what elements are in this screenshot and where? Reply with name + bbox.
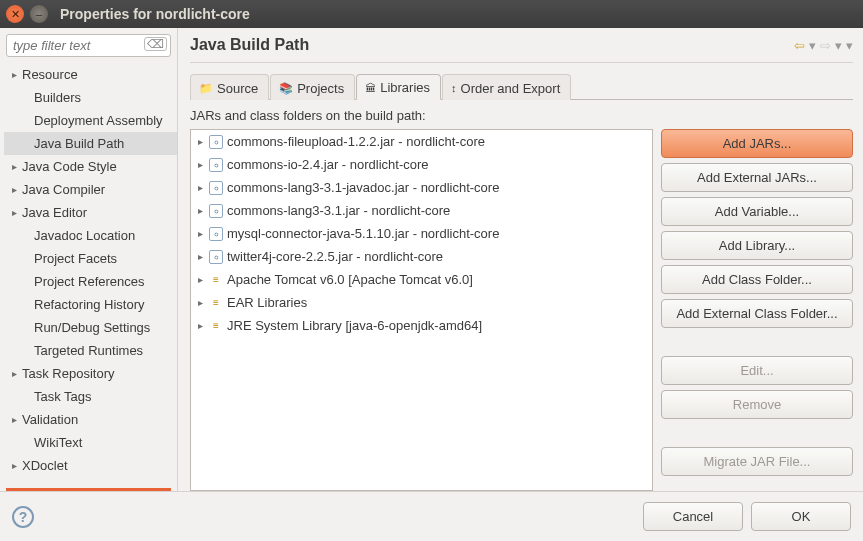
- tab-label: Projects: [297, 81, 344, 96]
- back-menu-icon[interactable]: ▾: [809, 38, 816, 53]
- tree-item-label: Project Facets: [20, 251, 117, 266]
- tree-item[interactable]: Run/Debug Settings: [4, 316, 177, 339]
- jar-entry[interactable]: ▸০commons-io-2.4.jar - nordlicht-core: [191, 153, 652, 176]
- expand-icon[interactable]: ▸: [8, 414, 20, 425]
- forward-menu-icon[interactable]: ▾: [835, 38, 842, 53]
- expand-icon[interactable]: ▸: [195, 274, 205, 285]
- tree-item-label: XDoclet: [20, 458, 68, 473]
- clear-icon[interactable]: ⌫: [144, 37, 167, 51]
- expand-icon[interactable]: ▸: [8, 460, 20, 471]
- expand-icon[interactable]: ▸: [195, 159, 205, 170]
- page-title: Java Build Path: [190, 36, 309, 54]
- jar-icon: ০: [209, 158, 223, 172]
- tab-label: Source: [217, 81, 258, 96]
- tree-item-label: Project References: [20, 274, 145, 289]
- expand-icon[interactable]: ▸: [195, 205, 205, 216]
- add-variable-button[interactable]: Add Variable...: [661, 197, 853, 226]
- tree-item[interactable]: WikiText: [4, 431, 177, 454]
- jar-list[interactable]: ▸০commons-fileupload-1.2.2.jar - nordlic…: [190, 129, 653, 491]
- tree-item-label: Task Repository: [20, 366, 114, 381]
- tree-item[interactable]: Targeted Runtimes: [4, 339, 177, 362]
- tree-item[interactable]: Builders: [4, 86, 177, 109]
- jar-entry-label: EAR Libraries: [227, 295, 307, 310]
- tree-item[interactable]: Javadoc Location: [4, 224, 177, 247]
- jar-entry-label: commons-io-2.4.jar - nordlicht-core: [227, 157, 429, 172]
- jar-entry[interactable]: ▸≡JRE System Library [java-6-openjdk-amd…: [191, 314, 652, 337]
- jar-entry-label: commons-fileupload-1.2.2.jar - nordlicht…: [227, 134, 485, 149]
- tree-item[interactable]: Java Build Path: [4, 132, 177, 155]
- add-library-button[interactable]: Add Library...: [661, 231, 853, 260]
- tab-libraries[interactable]: 🏛Libraries: [356, 74, 441, 100]
- jar-entry[interactable]: ▸০commons-lang3-3.1.jar - nordlicht-core: [191, 199, 652, 222]
- tab-label: Order and Export: [461, 81, 561, 96]
- cancel-button[interactable]: Cancel: [643, 502, 743, 531]
- expand-icon[interactable]: ▸: [8, 207, 20, 218]
- jar-entry[interactable]: ▸০twitter4j-core-2.2.5.jar - nordlicht-c…: [191, 245, 652, 268]
- jar-icon: ০: [209, 250, 223, 264]
- tree-item-label: Builders: [20, 90, 81, 105]
- expand-icon[interactable]: ▸: [8, 368, 20, 379]
- tab-icon: 🏛: [365, 82, 376, 94]
- tree-item[interactable]: Project Facets: [4, 247, 177, 270]
- tab-icon: ↕: [451, 82, 457, 94]
- tree-item[interactable]: Refactoring History: [4, 293, 177, 316]
- jar-entry-label: commons-lang3-3.1.jar - nordlicht-core: [227, 203, 450, 218]
- add-class-folder-button[interactable]: Add Class Folder...: [661, 265, 853, 294]
- jar-entry[interactable]: ▸≡Apache Tomcat v6.0 [Apache Tomcat v6.0…: [191, 268, 652, 291]
- expand-icon[interactable]: ▸: [8, 161, 20, 172]
- titlebar: ✕ – Properties for nordlicht-core: [0, 0, 863, 28]
- expand-icon[interactable]: ▸: [8, 69, 20, 80]
- tree-item-label: Java Code Style: [20, 159, 117, 174]
- tree-item[interactable]: ▸Java Editor: [4, 201, 177, 224]
- tree-item[interactable]: ▸Java Compiler: [4, 178, 177, 201]
- forward-icon[interactable]: ⇨: [820, 38, 831, 53]
- back-icon[interactable]: ⇦: [794, 38, 805, 53]
- tree-item[interactable]: ▸Resource: [4, 63, 177, 86]
- jar-entry[interactable]: ▸০commons-lang3-3.1-javadoc.jar - nordli…: [191, 176, 652, 199]
- sidebar: ⌫ ▸ResourceBuildersDeployment AssemblyJa…: [0, 28, 178, 491]
- library-icon: ≡: [209, 273, 223, 287]
- add-external-class-folder-button[interactable]: Add External Class Folder...: [661, 299, 853, 328]
- library-icon: ≡: [209, 319, 223, 333]
- expand-icon[interactable]: ▸: [195, 320, 205, 331]
- help-icon[interactable]: ?: [12, 506, 34, 528]
- edit-button[interactable]: Edit...: [661, 356, 853, 385]
- menu-icon[interactable]: ▾: [846, 38, 853, 53]
- tree-item-label: Validation: [20, 412, 78, 427]
- tree-item[interactable]: ▸Task Repository: [4, 362, 177, 385]
- window-minimize-button[interactable]: –: [30, 5, 48, 23]
- remove-button[interactable]: Remove: [661, 390, 853, 419]
- add-jars-button[interactable]: Add JARs...: [661, 129, 853, 158]
- jar-entry[interactable]: ▸০commons-fileupload-1.2.2.jar - nordlic…: [191, 130, 652, 153]
- window-close-button[interactable]: ✕: [6, 5, 24, 23]
- tab-icon: 📁: [199, 82, 213, 95]
- expand-icon[interactable]: ▸: [195, 251, 205, 262]
- tree-item-label: Java Compiler: [20, 182, 105, 197]
- tab-label: Libraries: [380, 80, 430, 95]
- tree-item[interactable]: ▸Validation: [4, 408, 177, 431]
- tree-item[interactable]: ▸Java Code Style: [4, 155, 177, 178]
- expand-icon[interactable]: ▸: [195, 182, 205, 193]
- migrate-jar-button[interactable]: Migrate JAR File...: [661, 447, 853, 476]
- expand-icon[interactable]: ▸: [195, 297, 205, 308]
- ok-button[interactable]: OK: [751, 502, 851, 531]
- tree-item-label: Deployment Assembly: [20, 113, 163, 128]
- expand-icon[interactable]: ▸: [195, 228, 205, 239]
- tab-projects[interactable]: 📚Projects: [270, 74, 355, 100]
- category-tree[interactable]: ▸ResourceBuildersDeployment AssemblyJava…: [4, 63, 177, 488]
- jar-entry[interactable]: ▸০mysql-connector-java-5.1.10.jar - nord…: [191, 222, 652, 245]
- tab-order-and-export[interactable]: ↕Order and Export: [442, 74, 571, 100]
- tree-item[interactable]: ▸XDoclet: [4, 454, 177, 477]
- tree-item-label: Java Build Path: [20, 136, 124, 151]
- tree-item-label: Targeted Runtimes: [20, 343, 143, 358]
- jar-entry-label: JRE System Library [java-6-openjdk-amd64…: [227, 318, 482, 333]
- tree-item[interactable]: Deployment Assembly: [4, 109, 177, 132]
- expand-icon[interactable]: ▸: [8, 184, 20, 195]
- expand-icon[interactable]: ▸: [195, 136, 205, 147]
- tree-item[interactable]: Task Tags: [4, 385, 177, 408]
- tab-source[interactable]: 📁Source: [190, 74, 269, 100]
- tree-item[interactable]: Project References: [4, 270, 177, 293]
- add-external-jars-button[interactable]: Add External JARs...: [661, 163, 853, 192]
- jar-entry[interactable]: ▸≡EAR Libraries: [191, 291, 652, 314]
- libraries-description: JARs and class folders on the build path…: [190, 108, 853, 123]
